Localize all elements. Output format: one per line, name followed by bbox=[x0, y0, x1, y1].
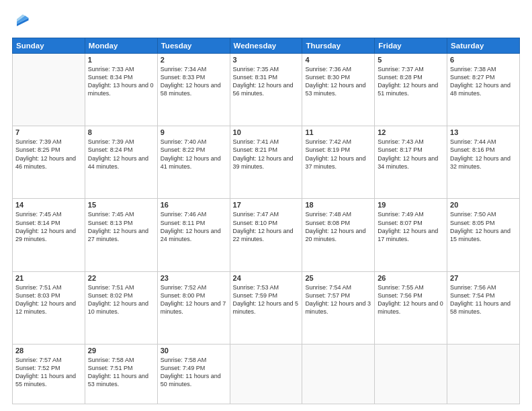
day-number: 14 bbox=[15, 201, 82, 209]
weekday-saturday: Saturday bbox=[447, 38, 520, 54]
calendar-cell: 17Sunrise: 7:47 AMSunset: 8:10 PMDayligh… bbox=[230, 199, 302, 271]
day-number: 4 bbox=[305, 56, 371, 64]
calendar-cell bbox=[230, 344, 302, 404]
day-number: 8 bbox=[88, 128, 154, 136]
day-info: Sunrise: 7:34 AMSunset: 8:33 PMDaylight:… bbox=[161, 65, 227, 98]
calendar-cell: 22Sunrise: 7:51 AMSunset: 8:02 PMDayligh… bbox=[85, 271, 157, 344]
week-row-5: 28Sunrise: 7:57 AMSunset: 7:52 PMDayligh… bbox=[13, 344, 520, 404]
day-number: 24 bbox=[233, 274, 300, 282]
day-number: 21 bbox=[15, 274, 82, 282]
day-number: 6 bbox=[450, 56, 517, 64]
day-info: Sunrise: 7:50 AMSunset: 8:05 PMDaylight:… bbox=[450, 210, 517, 243]
page: SundayMondayTuesdayWednesdayThursdayFrid… bbox=[0, 0, 532, 411]
day-number: 27 bbox=[450, 274, 517, 282]
day-number: 22 bbox=[88, 274, 154, 282]
logo bbox=[12, 12, 34, 31]
day-number: 23 bbox=[161, 274, 227, 282]
week-row-4: 21Sunrise: 7:51 AMSunset: 8:03 PMDayligh… bbox=[13, 271, 520, 344]
day-number: 30 bbox=[161, 347, 227, 355]
calendar-cell: 19Sunrise: 7:49 AMSunset: 8:07 PMDayligh… bbox=[375, 199, 447, 271]
weekday-wednesday: Wednesday bbox=[230, 38, 302, 54]
day-info: Sunrise: 7:39 AMSunset: 8:24 PMDaylight:… bbox=[88, 138, 154, 171]
day-number: 18 bbox=[305, 201, 371, 209]
calendar-cell: 27Sunrise: 7:56 AMSunset: 7:54 PMDayligh… bbox=[447, 271, 520, 344]
day-number: 7 bbox=[15, 128, 82, 136]
day-number: 2 bbox=[161, 56, 227, 64]
calendar-cell: 11Sunrise: 7:42 AMSunset: 8:19 PMDayligh… bbox=[302, 126, 375, 199]
day-info: Sunrise: 7:51 AMSunset: 8:02 PMDaylight:… bbox=[88, 283, 154, 316]
day-info: Sunrise: 7:33 AMSunset: 8:34 PMDaylight:… bbox=[88, 65, 154, 98]
calendar-cell: 24Sunrise: 7:53 AMSunset: 7:59 PMDayligh… bbox=[230, 271, 302, 344]
day-info: Sunrise: 7:37 AMSunset: 8:28 PMDaylight:… bbox=[378, 65, 444, 98]
day-info: Sunrise: 7:56 AMSunset: 7:54 PMDaylight:… bbox=[450, 283, 517, 316]
day-number: 17 bbox=[233, 201, 300, 209]
day-info: Sunrise: 7:45 AMSunset: 8:13 PMDaylight:… bbox=[88, 210, 154, 243]
day-number: 28 bbox=[15, 347, 82, 355]
calendar-cell bbox=[447, 344, 520, 404]
day-number: 16 bbox=[161, 201, 227, 209]
day-number: 15 bbox=[88, 201, 154, 209]
day-number: 29 bbox=[88, 347, 154, 355]
day-info: Sunrise: 7:45 AMSunset: 8:14 PMDaylight:… bbox=[15, 210, 82, 243]
calendar-cell: 28Sunrise: 7:57 AMSunset: 7:52 PMDayligh… bbox=[13, 344, 85, 404]
day-info: Sunrise: 7:55 AMSunset: 7:56 PMDaylight:… bbox=[378, 283, 444, 316]
day-info: Sunrise: 7:47 AMSunset: 8:10 PMDaylight:… bbox=[233, 210, 300, 243]
day-number: 26 bbox=[378, 274, 444, 282]
calendar-cell: 29Sunrise: 7:58 AMSunset: 7:51 PMDayligh… bbox=[85, 344, 157, 404]
day-info: Sunrise: 7:51 AMSunset: 8:03 PMDaylight:… bbox=[15, 283, 82, 316]
day-info: Sunrise: 7:42 AMSunset: 8:19 PMDaylight:… bbox=[305, 138, 371, 171]
day-info: Sunrise: 7:41 AMSunset: 8:21 PMDaylight:… bbox=[233, 138, 300, 171]
calendar-cell: 7Sunrise: 7:39 AMSunset: 8:25 PMDaylight… bbox=[13, 126, 85, 199]
day-info: Sunrise: 7:58 AMSunset: 7:49 PMDaylight:… bbox=[161, 356, 227, 389]
calendar-cell: 2Sunrise: 7:34 AMSunset: 8:33 PMDaylight… bbox=[157, 54, 230, 126]
day-number: 25 bbox=[305, 274, 371, 282]
weekday-monday: Monday bbox=[85, 38, 157, 54]
day-number: 9 bbox=[161, 128, 227, 136]
day-info: Sunrise: 7:35 AMSunset: 8:31 PMDaylight:… bbox=[233, 65, 300, 98]
day-number: 12 bbox=[378, 128, 444, 136]
day-info: Sunrise: 7:44 AMSunset: 8:16 PMDaylight:… bbox=[450, 138, 517, 171]
week-row-1: 1Sunrise: 7:33 AMSunset: 8:34 PMDaylight… bbox=[13, 54, 520, 126]
day-info: Sunrise: 7:40 AMSunset: 8:22 PMDaylight:… bbox=[161, 138, 227, 171]
calendar-cell: 23Sunrise: 7:52 AMSunset: 8:00 PMDayligh… bbox=[157, 271, 230, 344]
day-info: Sunrise: 7:48 AMSunset: 8:08 PMDaylight:… bbox=[305, 210, 371, 243]
calendar-cell: 9Sunrise: 7:40 AMSunset: 8:22 PMDaylight… bbox=[157, 126, 230, 199]
week-row-2: 7Sunrise: 7:39 AMSunset: 8:25 PMDaylight… bbox=[13, 126, 520, 199]
day-info: Sunrise: 7:43 AMSunset: 8:17 PMDaylight:… bbox=[378, 138, 444, 171]
day-number: 5 bbox=[378, 56, 444, 64]
weekday-tuesday: Tuesday bbox=[157, 38, 230, 54]
day-number: 1 bbox=[88, 56, 154, 64]
weekday-header-row: SundayMondayTuesdayWednesdayThursdayFrid… bbox=[13, 38, 520, 54]
logo-icon bbox=[12, 12, 31, 31]
calendar-cell: 30Sunrise: 7:58 AMSunset: 7:49 PMDayligh… bbox=[157, 344, 230, 404]
day-number: 10 bbox=[233, 128, 300, 136]
calendar-cell: 20Sunrise: 7:50 AMSunset: 8:05 PMDayligh… bbox=[447, 199, 520, 271]
calendar-cell: 26Sunrise: 7:55 AMSunset: 7:56 PMDayligh… bbox=[375, 271, 447, 344]
calendar-cell bbox=[375, 344, 447, 404]
calendar-cell: 1Sunrise: 7:33 AMSunset: 8:34 PMDaylight… bbox=[85, 54, 157, 126]
calendar-cell: 13Sunrise: 7:44 AMSunset: 8:16 PMDayligh… bbox=[447, 126, 520, 199]
day-number: 19 bbox=[378, 201, 444, 209]
calendar-cell: 8Sunrise: 7:39 AMSunset: 8:24 PMDaylight… bbox=[85, 126, 157, 199]
calendar-cell: 21Sunrise: 7:51 AMSunset: 8:03 PMDayligh… bbox=[13, 271, 85, 344]
calendar-cell bbox=[13, 54, 85, 126]
calendar-cell: 3Sunrise: 7:35 AMSunset: 8:31 PMDaylight… bbox=[230, 54, 302, 126]
day-info: Sunrise: 7:49 AMSunset: 8:07 PMDaylight:… bbox=[378, 210, 444, 243]
calendar-cell: 4Sunrise: 7:36 AMSunset: 8:30 PMDaylight… bbox=[302, 54, 375, 126]
day-number: 13 bbox=[450, 128, 517, 136]
header bbox=[12, 12, 520, 31]
calendar-cell: 5Sunrise: 7:37 AMSunset: 8:28 PMDaylight… bbox=[375, 54, 447, 126]
day-number: 11 bbox=[305, 128, 371, 136]
calendar-cell: 10Sunrise: 7:41 AMSunset: 8:21 PMDayligh… bbox=[230, 126, 302, 199]
day-info: Sunrise: 7:57 AMSunset: 7:52 PMDaylight:… bbox=[15, 356, 82, 389]
day-info: Sunrise: 7:39 AMSunset: 8:25 PMDaylight:… bbox=[15, 138, 82, 171]
day-number: 3 bbox=[233, 56, 300, 64]
day-info: Sunrise: 7:36 AMSunset: 8:30 PMDaylight:… bbox=[305, 65, 371, 98]
day-info: Sunrise: 7:54 AMSunset: 7:57 PMDaylight:… bbox=[305, 283, 371, 316]
calendar-cell: 18Sunrise: 7:48 AMSunset: 8:08 PMDayligh… bbox=[302, 199, 375, 271]
day-info: Sunrise: 7:52 AMSunset: 8:00 PMDaylight:… bbox=[161, 283, 227, 316]
week-row-3: 14Sunrise: 7:45 AMSunset: 8:14 PMDayligh… bbox=[13, 199, 520, 271]
calendar-cell: 12Sunrise: 7:43 AMSunset: 8:17 PMDayligh… bbox=[375, 126, 447, 199]
calendar-cell: 14Sunrise: 7:45 AMSunset: 8:14 PMDayligh… bbox=[13, 199, 85, 271]
calendar-cell bbox=[302, 344, 375, 404]
